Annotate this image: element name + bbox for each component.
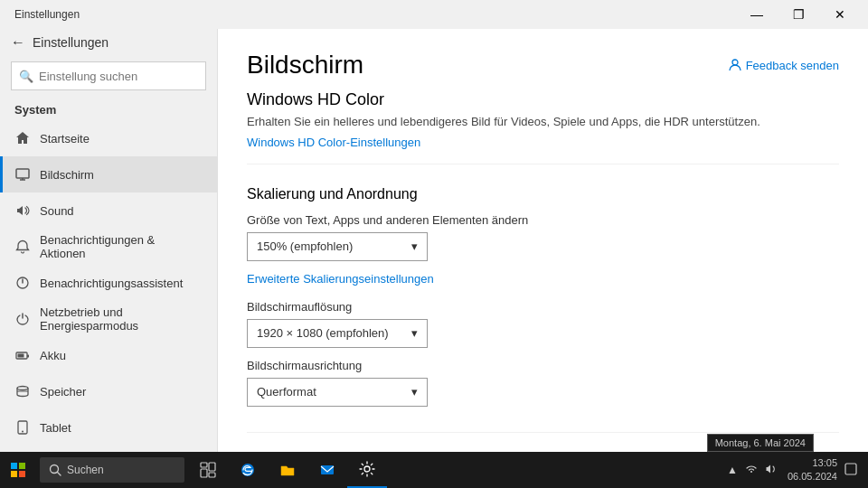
back-button[interactable]: ← xyxy=(11,34,25,51)
tablet-icon xyxy=(14,419,31,436)
taskbar: Suchen xyxy=(0,452,868,488)
taskbar-explorer[interactable] xyxy=(268,452,307,488)
volume-icon[interactable] xyxy=(762,463,780,478)
search-icon: 🔍 xyxy=(19,70,33,83)
taskbar-right: ▲ 13:05 06.05.2024 Montag, 6. Mai 2024 xyxy=(717,456,868,484)
taskbar-left: Suchen xyxy=(0,452,387,488)
main-content: Bildschirm Feedback senden Windows HD Co… xyxy=(218,29,868,452)
sidebar-label-benachrichtigungen: Benachrichtigungen & Aktionen xyxy=(40,233,203,260)
notification-center-button[interactable] xyxy=(841,463,861,478)
task-view-icon xyxy=(200,462,216,478)
taskbar-search[interactable]: Suchen xyxy=(40,457,184,483)
scaling-section: Skalierung und Anordnung Größe von Text,… xyxy=(247,186,839,433)
sidebar-item-startseite[interactable]: Startseite xyxy=(0,120,217,156)
sidebar-item-sound[interactable]: Sound xyxy=(0,192,217,229)
sidebar-label-tablet: Tablet xyxy=(40,421,71,435)
home-icon xyxy=(14,130,31,146)
windows-icon xyxy=(10,462,26,478)
settings-title: Einstellungen xyxy=(33,35,108,50)
battery-icon xyxy=(14,347,31,363)
taskbar-mail[interactable] xyxy=(307,452,347,488)
svg-point-8 xyxy=(17,387,28,390)
taskbar-search-icon xyxy=(49,464,61,476)
sidebar-label-benachrichtigungsassistent: Benachrichtigungsassistent xyxy=(40,277,183,290)
tray-arrow[interactable]: ▲ xyxy=(724,464,741,476)
svg-point-11 xyxy=(22,431,24,433)
svg-rect-26 xyxy=(201,469,207,477)
resolution-dropdown[interactable]: 1920 × 1080 (empfohlen) ▾ xyxy=(247,319,428,348)
sidebar-item-speicher[interactable]: Speicher xyxy=(0,373,217,409)
scaling-title: Skalierung und Anordnung xyxy=(247,186,839,202)
scale-dropdown[interactable]: 150% (empfohlen) ▾ xyxy=(247,232,428,261)
header-row: Bildschirm Feedback senden xyxy=(247,51,839,83)
svg-rect-6 xyxy=(27,355,29,358)
explorer-icon xyxy=(279,462,296,478)
scale-value: 150% (empfohlen) xyxy=(257,239,353,253)
svg-point-18 xyxy=(732,60,738,65)
titlebar-controls: — ❐ ✕ xyxy=(736,0,861,29)
search-input[interactable] xyxy=(39,70,198,83)
focus-assist-icon xyxy=(14,275,31,291)
mail-icon xyxy=(319,462,335,478)
sidebar-label-speicher: Speicher xyxy=(40,385,86,399)
sidebar-item-bildschirm[interactable]: Bildschirm xyxy=(0,156,217,192)
settings-icon xyxy=(359,461,375,477)
sidebar-item-netzbetrieb[interactable]: Netzbetrieb und Energiesparmodus xyxy=(0,301,217,337)
svg-rect-0 xyxy=(16,169,29,178)
taskbar-search-label: Suchen xyxy=(67,464,104,476)
taskbar-apps xyxy=(188,452,387,488)
sidebar-search-area: 🔍 xyxy=(0,54,217,98)
feedback-label[interactable]: Feedback senden xyxy=(746,59,839,72)
svg-rect-27 xyxy=(209,463,215,471)
start-button[interactable] xyxy=(0,452,36,488)
notification-icon xyxy=(14,239,31,255)
svg-rect-21 xyxy=(11,471,17,477)
date-tooltip: Montag, 6. Mai 2024 xyxy=(707,434,814,452)
person-icon xyxy=(728,58,742,72)
search-box[interactable]: 🔍 xyxy=(11,61,206,90)
orientation-label: Bildschirmausrichtung xyxy=(247,359,839,372)
page-title: Bildschirm xyxy=(247,51,363,80)
resolution-value: 1920 × 1080 (empfohlen) xyxy=(257,326,389,340)
hdr-link[interactable]: Windows HD Color-Einstellungen xyxy=(247,136,420,149)
hdr-description: Erhalten Sie ein helleres und lebendiger… xyxy=(247,113,839,131)
scale-dropdown-arrow: ▾ xyxy=(411,239,418,253)
wifi-icon[interactable] xyxy=(742,463,760,478)
scale-label: Größe von Text, Apps und anderen Element… xyxy=(247,213,839,227)
taskbar-edge[interactable] xyxy=(228,452,268,488)
edge-icon xyxy=(240,462,256,478)
svg-rect-28 xyxy=(209,473,215,477)
sidebar-item-tablet[interactable]: Tablet xyxy=(0,409,217,446)
minimize-button[interactable]: — xyxy=(736,0,778,29)
sidebar-item-akku[interactable]: Akku xyxy=(0,337,217,373)
hdr-title: Windows HD Color xyxy=(247,90,839,109)
sidebar: ← Einstellungen 🔍 System Startseite xyxy=(0,29,218,452)
sidebar-label-startseite: Startseite xyxy=(40,132,90,145)
svg-rect-19 xyxy=(11,463,17,469)
titlebar-left: Einstellungen xyxy=(7,8,80,21)
svg-rect-32 xyxy=(845,464,856,474)
power-icon xyxy=(14,311,31,327)
taskbar-task-view[interactable] xyxy=(188,452,228,488)
svg-line-24 xyxy=(58,473,61,476)
app-title: Einstellungen xyxy=(7,8,80,21)
sidebar-items: Startseite Bildschirm Sound xyxy=(0,120,217,452)
sidebar-label-netzbetrieb: Netzbetrieb und Energiesparmodus xyxy=(40,305,203,333)
restore-button[interactable]: ❐ xyxy=(778,0,819,29)
taskbar-settings[interactable] xyxy=(347,452,387,488)
close-button[interactable]: ✕ xyxy=(819,0,861,29)
orientation-value: Querformat xyxy=(257,385,316,399)
clock-display[interactable]: 13:05 06.05.2024 xyxy=(784,456,841,484)
advanced-scaling-link[interactable]: Erweiterte Skalierungseinstellungen xyxy=(247,272,839,286)
clock-date: 06.05.2024 xyxy=(788,470,837,483)
orientation-dropdown[interactable]: Querformat ▾ xyxy=(247,378,428,407)
svg-rect-30 xyxy=(321,465,334,474)
orientation-dropdown-arrow: ▾ xyxy=(411,385,418,399)
title-bar: Einstellungen — ❐ ✕ xyxy=(0,0,868,29)
sidebar-item-benachrichtigungen[interactable]: Benachrichtigungen & Aktionen xyxy=(0,229,217,265)
sidebar-item-benachrichtigungsassistent[interactable]: Benachrichtigungsassistent xyxy=(0,265,217,301)
clock-time: 13:05 xyxy=(788,456,837,470)
feedback-button[interactable]: Feedback senden xyxy=(728,58,839,72)
sidebar-item-multitasking[interactable]: Multitasking xyxy=(0,446,217,452)
sidebar-label-bildschirm: Bildschirm xyxy=(40,168,94,182)
